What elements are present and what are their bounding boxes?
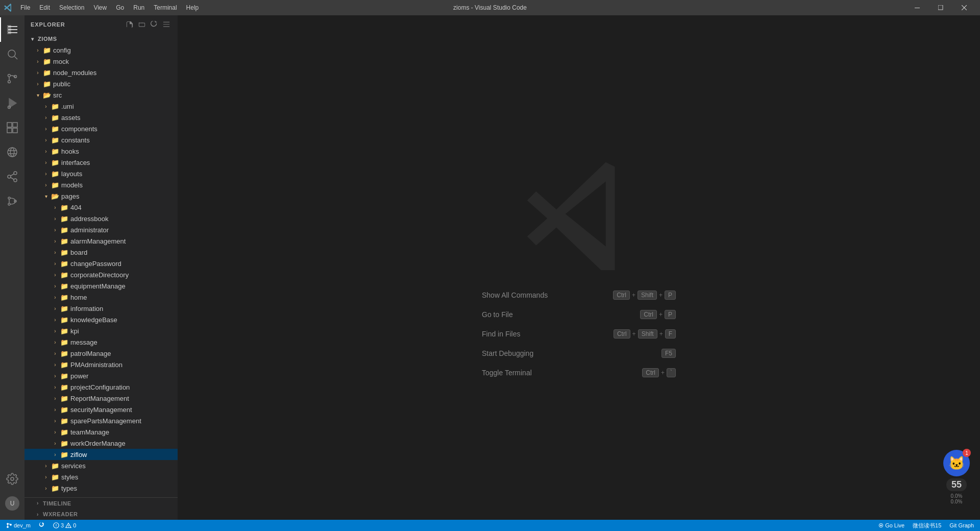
tree-item-config[interactable]: › 📁 config [24, 44, 178, 56]
svg-line-23 [11, 178, 14, 180]
menu-view[interactable]: View [89, 2, 111, 13]
folder-collapsed-icon: › [42, 147, 50, 155]
tree-item-mock[interactable]: › 📁 mock [24, 56, 178, 67]
tree-item-src[interactable]: ▾ 📂 src [24, 89, 178, 101]
status-git-graph[interactable]: Git Graph [947, 520, 976, 531]
activity-explorer[interactable] [0, 17, 24, 42]
title-bar: File Edit Selection View Go Run Terminal… [0, 0, 980, 15]
file-explorer: ▾ ZIOMS › 📁 config › 📁 mock › 📁 node_mod… [24, 33, 178, 497]
tree-item-styles[interactable]: › 📁 styles [24, 471, 178, 482]
status-errors[interactable]: 3 0 [51, 520, 78, 531]
status-branch[interactable]: dev_m [4, 520, 33, 531]
collapse-all-button[interactable] [161, 19, 172, 30]
tree-item-sparepartsmanagement[interactable]: › 📁 sparePartsManagement [24, 415, 178, 426]
tree-item-addressbook[interactable]: › 📁 addressbook [24, 213, 178, 224]
tree-item-constants[interactable]: › 📁 constants [24, 134, 178, 146]
tree-item-public[interactable]: › 📁 public [24, 78, 178, 89]
svg-line-6 [15, 57, 18, 60]
tree-item-home[interactable]: › 📁 home [24, 292, 178, 303]
tree-item-layouts[interactable]: › 📁 layouts [24, 168, 178, 179]
title-bar-menu: File Edit Selection View Go Run Terminal… [16, 2, 203, 13]
svg-point-31 [7, 526, 9, 528]
new-folder-button[interactable] [137, 19, 147, 30]
panel-timeline[interactable]: › TIMELINE [29, 498, 77, 509]
tree-item-ziflow[interactable]: › 📁 ziflow [24, 449, 178, 460]
sidebar: Explorer [24, 15, 178, 520]
close-button[interactable] [952, 0, 976, 15]
tree-item-projectconfiguration[interactable]: › 📁 projectConfiguration [24, 381, 178, 393]
tree-item-models[interactable]: › 📁 models [24, 179, 178, 190]
widget-stat2: 0.0% [951, 499, 963, 504]
svg-point-29 [11, 477, 14, 480]
status-sync[interactable] [37, 520, 47, 531]
tree-item-equipmentmanage[interactable]: › 📁 equipmentManage [24, 280, 178, 292]
svg-rect-1 [938, 5, 943, 10]
tree-item-assets[interactable]: › 📁 assets [24, 112, 178, 123]
tree-item-interfaces[interactable]: › 📁 interfaces [24, 157, 178, 168]
command-find-in-files: Find in Files Ctrl + Shift + F [482, 329, 676, 339]
status-go-live[interactable]: Go Live [876, 520, 906, 531]
tree-item-kpi[interactable]: › 📁 kpi [24, 325, 178, 336]
refresh-button[interactable] [149, 19, 159, 30]
restore-button[interactable] [929, 0, 952, 15]
section-zioms[interactable]: ▾ ZIOMS [24, 33, 178, 44]
tree-item-securitymanagement[interactable]: › 📁 securityManagement [24, 404, 178, 415]
activity-git-graph[interactable] [0, 189, 24, 213]
activity-search[interactable] [0, 42, 24, 66]
folder-collapsed-icon: › [42, 170, 50, 178]
activity-extensions[interactable] [0, 115, 24, 140]
activity-remote[interactable] [0, 140, 24, 164]
minimize-button[interactable] [905, 0, 929, 15]
widget-avatar-container: 🐱 1 [943, 450, 970, 476]
widget-stats: 0.0% 0.0% [951, 493, 963, 504]
tree-item-alarmmanagement[interactable]: › 📁 alarmManagement [24, 235, 178, 247]
activity-settings[interactable] [0, 467, 24, 491]
tree-item-changepassword[interactable]: › 📁 changePassword [24, 258, 178, 269]
user-avatar[interactable]: U [0, 491, 24, 516]
tree-item-message[interactable]: › 📁 message [24, 336, 178, 348]
activity-bar: U [0, 15, 24, 520]
menu-go[interactable]: Go [112, 2, 128, 13]
menu-edit[interactable]: Edit [35, 2, 54, 13]
vscode-logo-icon [4, 4, 12, 12]
menu-file[interactable]: File [16, 2, 34, 13]
tree-item-umi[interactable]: › 📁 .umi [24, 101, 178, 112]
tree-item-information[interactable]: › 📁 information [24, 303, 178, 314]
tree-item-reportmanagement[interactable]: › 📁 ReportManagement [24, 393, 178, 404]
floating-widget[interactable]: 🐱 1 55 0.0% 0.0% [943, 450, 970, 504]
tree-item-hooks[interactable]: › 📁 hooks [24, 146, 178, 157]
tree-item-services[interactable]: › 📁 services [24, 460, 178, 471]
menu-terminal[interactable]: Terminal [150, 2, 181, 13]
tree-item-teammanage[interactable]: › 📁 teamManage [24, 426, 178, 438]
folder-collapsed-icon: › [34, 80, 42, 88]
tree-item-corporatedirectoory[interactable]: › 📁 corporateDirectoory [24, 269, 178, 280]
folder-collapsed-icon: › [42, 113, 50, 122]
svg-rect-14 [13, 123, 17, 127]
menu-selection[interactable]: Selection [55, 2, 88, 13]
tree-item-power[interactable]: › 📁 power [24, 370, 178, 381]
menu-run[interactable]: Run [129, 2, 149, 13]
widget-stat1: 0.0% [951, 493, 963, 499]
sidebar-header-actions [125, 19, 172, 30]
tree-item-board[interactable]: › 📁 board [24, 247, 178, 258]
panel-wxreader[interactable]: › WXREADER [29, 509, 83, 520]
folder-collapsed-icon: › [42, 181, 50, 189]
tree-item-pages[interactable]: ▾ 📂 pages [24, 190, 178, 202]
branch-name: dev_m [14, 522, 31, 528]
tree-item-404[interactable]: › 📁 404 [24, 202, 178, 213]
tree-item-patrolmanage[interactable]: › 📁 patrolManage [24, 348, 178, 359]
activity-run-debug[interactable] [0, 91, 24, 115]
activity-live-share[interactable] [0, 164, 24, 189]
menu-help[interactable]: Help [182, 2, 203, 13]
tree-item-types[interactable]: › 📁 types [24, 482, 178, 494]
tree-item-administrator[interactable]: › 📁 administrator [24, 224, 178, 235]
title-bar-left: File Edit Selection View Go Run Terminal… [4, 2, 203, 13]
tree-item-knowledgebase[interactable]: › 📁 knowledgeBase [24, 314, 178, 325]
tree-item-components[interactable]: › 📁 components [24, 123, 178, 134]
new-file-button[interactable] [125, 19, 135, 30]
activity-source-control[interactable] [0, 66, 24, 91]
tree-item-pmadministration[interactable]: › 📁 PMAdministration [24, 359, 178, 370]
tree-item-workordermanage[interactable]: › 📁 workOrderManage [24, 438, 178, 449]
status-wechat[interactable]: 微信读书15 [911, 520, 943, 531]
tree-item-node-modules[interactable]: › 📁 node_modules [24, 67, 178, 78]
